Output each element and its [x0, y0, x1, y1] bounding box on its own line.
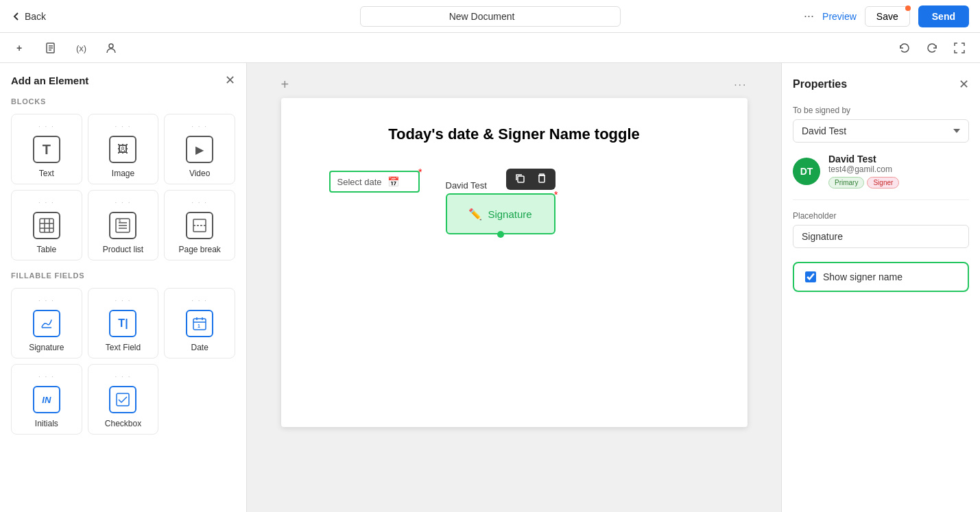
signature-label: Signature — [488, 208, 531, 220]
checkbox-field-label: Checkbox — [105, 419, 141, 428]
block-image[interactable]: · · · 🖼 Image — [88, 114, 159, 184]
signature-pencil-icon: ✏️ — [468, 208, 482, 221]
date-field-icon: 1 — [186, 310, 213, 337]
show-signer-checkbox[interactable] — [805, 271, 816, 282]
back-button[interactable]: Back — [11, 11, 46, 22]
save-notification-dot — [905, 5, 911, 11]
signature-section: David Test — [446, 180, 555, 234]
preview-button[interactable]: Preview — [822, 11, 857, 22]
block-product-list[interactable]: · · · $ Product list — [88, 190, 159, 260]
field-date[interactable]: · · · 1 Date — [164, 288, 235, 358]
calendar-icon: 📅 — [387, 176, 399, 187]
table-block-icon — [33, 212, 60, 239]
page-break-label: Page break — [178, 245, 220, 254]
secondary-toolbar: + (x) — [0, 33, 980, 63]
initials-field-icon: IN — [33, 386, 60, 413]
fit-view-button[interactable] — [950, 38, 969, 58]
signature-field-icon — [33, 310, 60, 337]
document-title-input[interactable] — [360, 6, 621, 27]
svg-text:$: $ — [119, 219, 121, 223]
page-icon-button[interactable] — [41, 38, 60, 58]
undo-button[interactable] — [895, 38, 914, 58]
svg-text:+: + — [16, 42, 22, 53]
fillable-section-label: FILLABLE FIELDS — [11, 271, 235, 280]
placeholder-label: Placeholder — [793, 211, 969, 221]
field-checkbox[interactable]: · · · Checkbox — [88, 364, 159, 435]
left-panel: Add an Element ✕ BLOCKS · · · T Text · ·… — [0, 63, 247, 512]
svg-rect-26 — [518, 176, 524, 182]
signature-toolbar — [506, 169, 555, 190]
main-layout: Add an Element ✕ BLOCKS · · · T Text · ·… — [0, 63, 980, 512]
signature-resize-handle[interactable] — [497, 231, 504, 238]
signer-badge: Signer — [867, 177, 899, 188]
initials-field-label: Initials — [35, 419, 58, 428]
toolbar-left: + (x) — [11, 38, 121, 58]
canvas-add-button[interactable]: + — [281, 77, 289, 93]
primary-badge: Primary — [828, 177, 864, 188]
toolbar-right — [895, 38, 969, 58]
product-list-label: Product list — [103, 245, 143, 254]
text-field-label: Text Field — [106, 343, 141, 352]
panel-close-icon[interactable]: ✕ — [225, 74, 235, 86]
text-block-icon: T — [33, 136, 60, 163]
image-block-icon: 🖼 — [109, 136, 136, 163]
canvas-top-bar: + ··· — [281, 77, 748, 93]
sig-delete-button[interactable] — [534, 171, 550, 187]
main-header: Back ··· Preview Save Send — [0, 0, 980, 33]
save-button[interactable]: Save — [865, 6, 910, 27]
divider — [793, 199, 969, 200]
date-required-star: * — [418, 167, 422, 178]
canvas-page: Today's date & Signer Name toggle Select… — [281, 98, 748, 427]
block-table[interactable]: · · · Table — [11, 190, 82, 260]
fields-grid: · · · Signature · · · T| Text Field · · … — [11, 288, 235, 435]
checkbox-field-icon — [109, 386, 136, 413]
signer-select[interactable]: David Test — [793, 119, 969, 143]
text-block-label: Text — [39, 169, 54, 178]
field-initials[interactable]: · · · IN Initials — [11, 364, 82, 435]
redo-button[interactable] — [922, 38, 942, 58]
to-be-signed-label: To be signed by — [793, 106, 969, 115]
text-field-icon: T| — [109, 310, 136, 337]
properties-panel-header: Properties ✕ — [793, 77, 969, 92]
document-title-area — [360, 6, 621, 27]
field-signature[interactable]: · · · Signature — [11, 288, 82, 358]
video-block-icon: ▶ — [186, 136, 213, 163]
image-block-label: Image — [112, 169, 134, 178]
date-placeholder: Select date — [337, 177, 382, 187]
page-heading: Today's date & Signer Name toggle — [309, 125, 720, 143]
svg-text:(x): (x) — [76, 43, 86, 53]
signature-required-star: * — [554, 189, 558, 200]
blocks-section-label: BLOCKS — [11, 97, 235, 106]
variable-icon-button[interactable]: (x) — [71, 38, 91, 58]
block-text[interactable]: · · · T Text — [11, 114, 82, 184]
back-label: Back — [25, 11, 46, 22]
field-text[interactable]: · · · T| Text Field — [88, 288, 159, 358]
more-menu-icon[interactable]: ··· — [804, 9, 814, 23]
date-field[interactable]: Select date 📅 — [329, 171, 420, 193]
block-page-break[interactable]: · · · Page break — [164, 190, 235, 260]
svg-point-6 — [109, 44, 113, 48]
add-element-button[interactable]: + — [11, 38, 30, 58]
svg-text:1: 1 — [198, 324, 200, 328]
product-list-icon: $ — [109, 212, 136, 239]
signature-field[interactable]: ✏️ Signature — [446, 193, 555, 234]
signer-email: test4@gamil.com — [828, 164, 969, 174]
person-icon-button[interactable] — [101, 38, 121, 58]
right-panel: Properties ✕ To be signed by David Test … — [781, 63, 980, 512]
table-block-label: Table — [36, 245, 56, 254]
send-button[interactable]: Send — [918, 5, 969, 27]
signer-avatar: DT — [793, 158, 820, 185]
canvas-area: + ··· Today's date & Signer Name toggle … — [247, 63, 781, 512]
block-video[interactable]: · · · ▶ Video — [164, 114, 235, 184]
properties-close-icon[interactable]: ✕ — [959, 77, 969, 92]
date-field-container[interactable]: Select date 📅 * — [329, 171, 420, 193]
placeholder-input[interactable] — [793, 225, 969, 248]
signer-info: David Test test4@gamil.com Primary Signe… — [828, 154, 969, 188]
sig-copy-button[interactable] — [512, 171, 528, 187]
signature-field-label: Signature — [29, 343, 64, 352]
signer-badges: Primary Signer — [828, 177, 969, 188]
show-signer-label[interactable]: Show signer name — [823, 271, 903, 282]
canvas-more-button[interactable]: ··· — [734, 79, 747, 91]
save-label: Save — [876, 11, 898, 22]
signature-field-wrapper: ✏️ Signature * — [446, 193, 555, 234]
